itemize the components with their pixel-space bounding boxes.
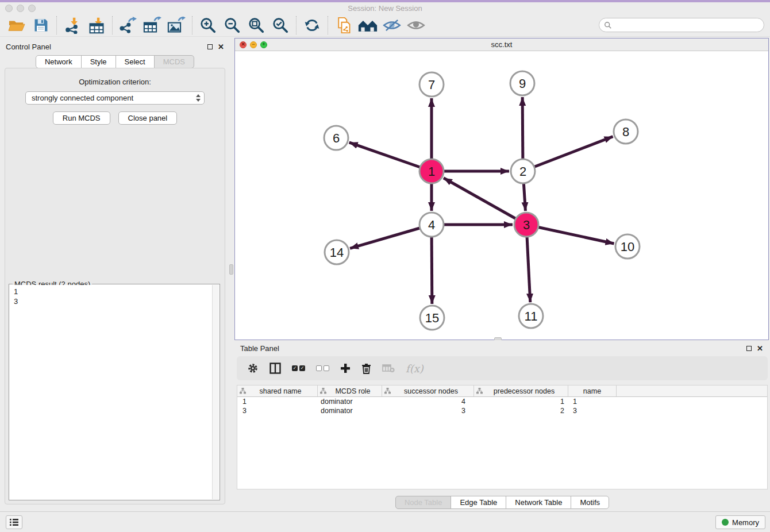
import-table-icon[interactable] [86,16,107,35]
zoom-in-icon[interactable] [198,16,218,35]
graph-node-8[interactable]: 8 [614,119,638,144]
minimize-view-icon[interactable]: − [250,41,257,48]
run-mcds-button[interactable]: Run MCDS [53,111,110,125]
float-panel-icon[interactable] [207,44,213,49]
tab-edge-table[interactable]: Edge Table [451,496,506,509]
tab-node-table[interactable]: Node Table [395,496,452,509]
panel-splitter-handle[interactable] [229,264,233,275]
maximize-view-icon[interactable]: + [260,41,267,48]
task-history-button[interactable] [6,515,22,529]
close-view-icon[interactable]: ✕ [240,41,247,48]
column-header-successor-nodes[interactable]: successor nodes [382,385,474,396]
zoom-out-icon[interactable] [222,16,242,35]
cell-predecessor-nodes[interactable]: 2 [474,407,568,415]
graph-node-3[interactable]: 3 [514,213,538,237]
unselect-all-columns-icon[interactable] [316,365,329,371]
network-view-window[interactable]: scc.txt ✕ − + 7968124314101511 [234,38,769,340]
cell-predecessor-nodes[interactable]: 1 [474,398,568,406]
cell-shared-name[interactable]: 3 [237,407,318,415]
graph-edge-3-10[interactable] [526,225,614,244]
show-all-icon[interactable] [406,16,426,35]
tab-network[interactable]: Network [36,55,82,68]
memory-button[interactable]: Memory [715,515,765,529]
delete-column-icon[interactable] [361,363,371,374]
main-toolbar [0,14,770,37]
result-item[interactable]: 3 [14,296,219,306]
cell-name[interactable]: 1 [568,398,617,406]
memory-label: Memory [732,518,759,527]
zoom-selected-icon[interactable] [270,16,291,35]
column-header-predecessor-nodes[interactable]: predecessor nodes [474,385,568,396]
tab-select[interactable]: Select [116,55,155,68]
graph-node-2[interactable]: 2 [511,159,535,183]
cell-successor-nodes[interactable]: 3 [382,407,474,415]
search-field[interactable] [599,18,764,32]
graph-node-4[interactable]: 4 [419,213,444,237]
table-row[interactable]: 1 dominator 4 1 1 [237,397,767,406]
svg-text:15: 15 [425,311,439,325]
open-file-icon[interactable] [6,16,27,35]
graph-node-7[interactable]: 7 [419,72,444,97]
network-window-titlebar[interactable]: scc.txt ✕ − + [235,38,768,51]
main-titlebar[interactable]: Session: New Session [0,2,770,14]
graph-node-10[interactable]: 10 [615,234,640,259]
cell-name[interactable]: 3 [568,407,617,415]
network-canvas[interactable]: 7968124314101511 [235,51,768,340]
graph-node-15[interactable]: 15 [420,306,444,330]
save-session-icon[interactable] [30,16,51,35]
cell-mcds-role[interactable]: dominator [318,398,382,406]
network-graph[interactable]: 7968124314101511 [235,51,768,340]
result-item[interactable]: 1 [14,287,219,296]
graph-node-1[interactable]: 1 [419,159,444,183]
clone-network-icon[interactable] [333,16,354,35]
tab-network-table[interactable]: Network Table [506,496,571,509]
first-neighbors-icon[interactable] [357,16,378,35]
tab-motifs[interactable]: Motifs [571,496,609,509]
column-type-icon [320,388,326,394]
column-header-name[interactable]: name [568,385,617,396]
select-all-columns-icon[interactable]: ✓✓ [292,365,305,371]
svg-text:4: 4 [428,218,435,232]
zoom-fit-icon[interactable] [246,16,267,35]
application-window: Session: New Session [0,0,770,532]
function-builder-icon: f(x) [406,363,424,375]
refresh-view-icon[interactable] [302,16,322,35]
graph-node-14[interactable]: 14 [325,240,349,264]
mcds-result-list[interactable]: 1 3 [10,285,219,499]
table-row[interactable]: 3 dominator 3 2 3 [237,406,767,415]
graph-edge-2-8[interactable] [523,137,613,171]
control-panel-tabs: Network Style Select MCDS [0,55,230,68]
search-icon [604,21,612,29]
float-panel-icon[interactable] [746,346,752,351]
export-table-icon[interactable] [142,16,163,35]
close-panel-icon[interactable]: ✕ [757,345,763,352]
add-column-icon[interactable] [340,363,351,373]
tab-mcds[interactable]: MCDS [154,55,194,68]
export-network-icon[interactable] [118,16,138,35]
select-stepper-icon [196,94,201,102]
column-header-shared-name[interactable]: shared name [237,385,318,396]
cell-successor-nodes[interactable]: 4 [382,398,474,406]
cell-mcds-role[interactable]: dominator [318,407,382,415]
close-panel-button[interactable]: Close panel [118,111,178,125]
result-scrollbar[interactable] [212,285,219,499]
cell-shared-name[interactable]: 1 [237,398,318,406]
import-network-icon[interactable] [62,16,83,35]
table-settings-icon[interactable] [247,363,259,374]
tab-style[interactable]: Style [81,55,116,68]
close-panel-icon[interactable]: ✕ [218,43,224,51]
split-view-icon[interactable] [270,363,281,374]
column-header-mcds-role[interactable]: MCDS role [318,385,382,396]
node-table[interactable]: shared name MCDS role successor nodes pr… [237,385,768,489]
graph-edge-1-6[interactable] [349,142,432,171]
graph-node-11[interactable]: 11 [519,304,543,328]
graph-node-9[interactable]: 9 [510,71,534,95]
hide-selected-icon[interactable] [382,16,402,35]
search-input[interactable] [614,21,764,29]
optimization-criterion-select[interactable]: strongly connected component [25,91,205,105]
export-image-icon[interactable] [166,16,187,35]
svg-text:14: 14 [330,245,344,260]
graph-node-6[interactable]: 6 [324,126,348,150]
graph-edge-3-1[interactable] [444,178,526,225]
svg-text:1: 1 [428,164,435,179]
